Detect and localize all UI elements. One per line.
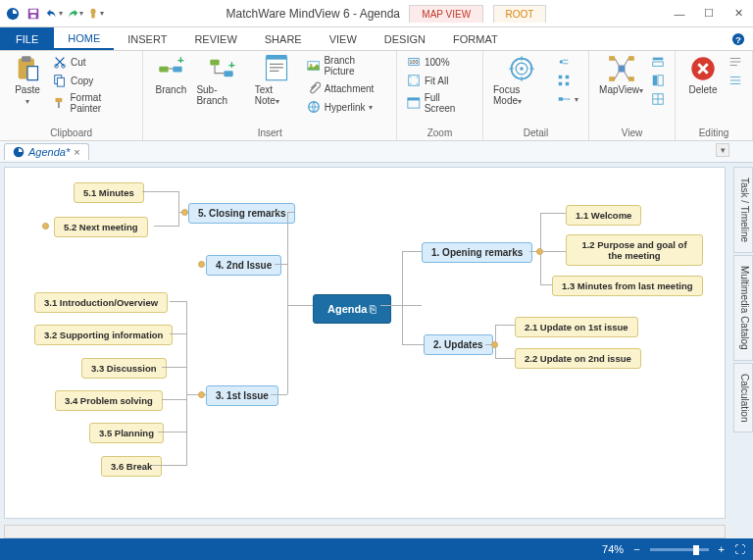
tab-view[interactable]: VIEW (316, 27, 371, 50)
horizontal-scrollbar[interactable] (4, 525, 726, 538)
fit-all-button[interactable]: Fit All (403, 72, 477, 89)
branch-picture-button[interactable]: Branch Picture (303, 53, 390, 78)
svg-rect-8 (22, 56, 30, 62)
document-tab[interactable]: Agenda* × (4, 143, 89, 160)
mapview-button[interactable]: MapView▾ (595, 53, 647, 97)
close-tab-icon[interactable]: × (74, 146, 79, 158)
expand-toggle[interactable] (181, 209, 188, 216)
node-closing[interactable]: 5. Closing remarks (188, 203, 295, 224)
focus-mode-button[interactable]: Focus Mode▾ (489, 53, 553, 108)
node-break[interactable]: 3.6 Break (101, 456, 162, 477)
redo-icon[interactable]: ▾ (66, 5, 83, 23)
view-btn-3[interactable] (647, 90, 669, 108)
tab-design[interactable]: DESIGN (371, 27, 439, 50)
expand-toggle[interactable] (198, 391, 205, 398)
context-tab-root[interactable]: ROOT (493, 5, 547, 23)
maximize-button[interactable]: ☐ (694, 0, 724, 27)
group-label: Editing (681, 127, 746, 140)
text-note-button[interactable]: Text Note▾ (251, 53, 303, 108)
group-editing: Delete Editing (676, 51, 753, 140)
expand-toggle[interactable] (198, 261, 205, 268)
tab-review[interactable]: REVIEW (180, 27, 250, 50)
hyperlink-button[interactable]: Hyperlink▾ (303, 98, 390, 116)
svg-rect-42 (609, 56, 615, 61)
full-screen-button[interactable]: Full Screen (403, 90, 477, 116)
node-purpose[interactable]: 1.2 Purpose and goal of the meeting (566, 234, 703, 266)
canvas-wrap: Agenda ⎘ 1. Opening remarks 1.1 Welcome … (4, 167, 726, 519)
title-bar: ▾ ▾ ▾ MatchWare MindView 6 - Agenda MAP … (0, 0, 753, 27)
sidetab-calculation[interactable]: Calculation (733, 363, 753, 433)
edit-btn-1[interactable] (725, 53, 746, 71)
node-minutes[interactable]: 5.1 Minutes (74, 182, 144, 203)
zoom-slider[interactable] (650, 548, 709, 551)
undo-icon[interactable]: ▾ (45, 5, 63, 23)
sub-branch-button[interactable]: +Sub-Branch (192, 53, 250, 108)
paste-button[interactable]: Paste▾ (6, 53, 49, 108)
node-1st-issue[interactable]: 3. 1st Issue (206, 385, 278, 406)
node-welcome[interactable]: 1.1 Welcome (566, 205, 641, 226)
svg-rect-39 (559, 97, 563, 101)
detail-btn-1[interactable] (553, 53, 582, 71)
sidetab-task-timeline[interactable]: Task / Timeline (733, 167, 753, 253)
touch-mode-icon[interactable]: ▾ (86, 5, 104, 23)
node-root[interactable]: Agenda ⎘ (313, 294, 391, 324)
group-zoom: 100100% Fit All Full Screen Zoom (397, 51, 483, 140)
svg-rect-17 (174, 67, 182, 73)
view-btn-2[interactable] (647, 72, 669, 89)
node-next-meeting[interactable]: 5.2 Next meeting (54, 217, 148, 237)
group-insert: +Branch +Sub-Branch Text Note▾ Branch Pi… (143, 51, 397, 140)
node-update-1[interactable]: 2.1 Update on 1st issue (515, 317, 638, 337)
minimize-button[interactable]: — (665, 0, 694, 27)
tab-home[interactable]: HOME (54, 27, 114, 50)
app-icon[interactable] (4, 5, 22, 23)
save-icon[interactable] (25, 5, 42, 23)
tab-scroll-button[interactable]: ▾ (716, 143, 729, 157)
zoom-100-button[interactable]: 100100% (403, 53, 477, 71)
detail-btn-3[interactable]: ▾ (553, 90, 582, 108)
svg-rect-44 (609, 76, 615, 81)
node-updates[interactable]: 2. Updates (424, 334, 493, 355)
node-update-2[interactable]: 2.2 Update on 2nd issue (515, 348, 641, 369)
node-minutes-last[interactable]: 1.3 Minutes from last meeting (552, 276, 703, 296)
node-planning[interactable]: 3.5 Planning (89, 423, 164, 443)
node-supporting[interactable]: 3.2 Supporting information (34, 325, 173, 345)
node-2nd-issue[interactable]: 4. 2nd Issue (206, 255, 281, 276)
svg-rect-45 (628, 76, 634, 81)
branch-button[interactable]: +Branch (149, 53, 192, 97)
svg-rect-1 (30, 9, 37, 13)
node-intro[interactable]: 3.1 Introduction/Overview (34, 292, 168, 313)
sidetab-multimedia[interactable]: Multimedia Catalog (733, 255, 753, 361)
close-button[interactable]: ✕ (724, 0, 753, 27)
svg-rect-4 (91, 13, 95, 18)
help-icon[interactable]: ? (724, 27, 753, 50)
expand-toggle[interactable] (42, 223, 49, 229)
cut-button[interactable]: Cut (49, 53, 136, 71)
tab-insert[interactable]: INSERT (114, 27, 180, 50)
mindmap-canvas[interactable]: Agenda ⎘ 1. Opening remarks 1.1 Welcome … (5, 168, 725, 518)
expand-toggle[interactable] (491, 341, 498, 348)
format-painter-button[interactable]: Format Painter (49, 90, 136, 116)
node-discussion[interactable]: 3.3 Discussion (81, 358, 167, 379)
svg-text:100: 100 (410, 59, 419, 65)
zoom-in-button[interactable]: + (719, 543, 725, 555)
zoom-level: 74% (602, 543, 624, 555)
edit-btn-2[interactable] (725, 72, 746, 89)
zoom-fit-button[interactable]: ⛶ (734, 543, 745, 555)
node-opening-remarks[interactable]: 1. Opening remarks (422, 242, 532, 263)
ribbon: Paste▾ Cut Copy Format Painter Clipboard… (0, 51, 753, 141)
copy-button[interactable]: Copy (49, 72, 136, 89)
expand-toggle[interactable] (536, 248, 543, 255)
file-tab[interactable]: FILE (0, 27, 54, 50)
zoom-out-button[interactable]: − (633, 543, 639, 555)
delete-button[interactable]: Delete (681, 53, 725, 97)
view-btn-1[interactable] (647, 53, 669, 71)
context-tab-mapview[interactable]: MAP VIEW (409, 5, 483, 23)
group-label: Detail (489, 127, 582, 140)
detail-btn-2[interactable] (553, 72, 582, 89)
attachment-button[interactable]: Attachment (303, 79, 390, 97)
svg-point-33 (520, 67, 524, 71)
tab-share[interactable]: SHARE (251, 27, 316, 50)
node-problem[interactable]: 3.4 Problem solving (55, 390, 163, 411)
tab-format[interactable]: FORMAT (439, 27, 512, 50)
svg-rect-46 (653, 58, 664, 61)
